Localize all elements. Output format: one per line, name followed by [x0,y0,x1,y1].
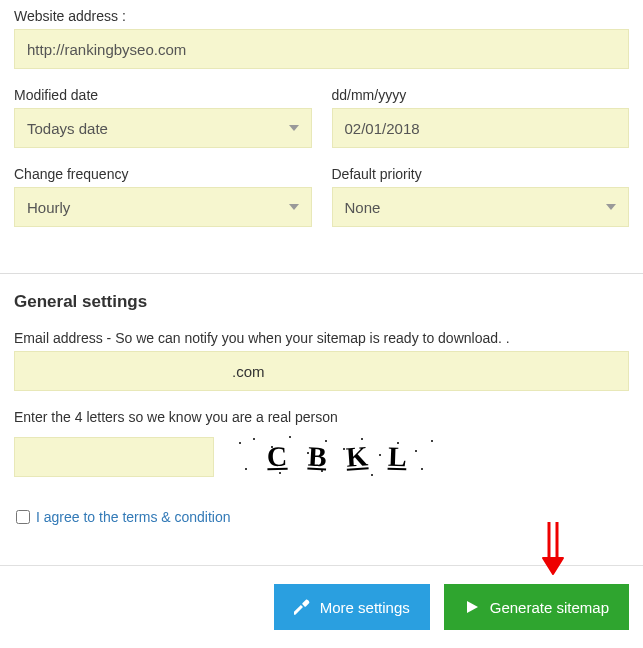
website-address-label: Website address : [14,8,629,24]
svg-point-15 [371,474,373,476]
chevron-down-icon [289,204,299,210]
change-frequency-label: Change frequency [14,166,312,182]
email-label: Email address - So we can notify you whe… [14,330,629,346]
wrench-icon [294,599,310,615]
captcha-letter: C [267,441,288,474]
date-format-label: dd/mm/yyyy [332,87,630,103]
svg-point-0 [239,442,241,444]
change-frequency-select[interactable]: Hourly [14,187,312,227]
svg-point-3 [289,436,291,438]
svg-point-8 [379,454,381,456]
captcha-noise-icon [232,433,442,481]
captcha-label: Enter the 4 letters so we know you are a… [14,409,629,425]
date-value: 02/01/2018 [345,120,420,137]
play-icon [464,599,480,615]
date-input[interactable]: 02/01/2018 [332,108,630,148]
captcha-letter: B [307,441,327,474]
captcha-letter: K [345,440,369,473]
website-address-input[interactable] [14,29,629,69]
chevron-down-icon [606,204,616,210]
chevron-down-icon [289,125,299,131]
default-priority-label: Default priority [332,166,630,182]
generate-sitemap-button[interactable]: Generate sitemap [444,584,629,630]
more-settings-label: More settings [320,599,410,616]
svg-point-16 [421,468,423,470]
agree-terms-link[interactable]: I agree to the terms & condition [36,509,231,525]
default-priority-value: None [345,199,381,216]
general-settings-heading: General settings [14,292,629,312]
svg-point-1 [253,438,255,440]
default-priority-select[interactable]: None [332,187,630,227]
email-input[interactable]: .com [14,351,629,391]
captcha-input[interactable] [14,437,214,477]
svg-point-11 [431,440,433,442]
change-frequency-value: Hourly [27,199,70,216]
svg-point-10 [415,450,417,452]
captcha-image: C B K L [232,433,442,481]
generate-sitemap-label: Generate sitemap [490,599,609,616]
agree-checkbox[interactable] [16,510,30,524]
more-settings-button[interactable]: More settings [274,584,430,630]
modified-date-select[interactable]: Todays date [14,108,312,148]
captcha-letter: L [387,441,407,474]
modified-date-value: Todays date [27,120,108,137]
modified-date-label: Modified date [14,87,312,103]
email-suffix: .com [232,363,265,380]
svg-point-12 [245,468,247,470]
